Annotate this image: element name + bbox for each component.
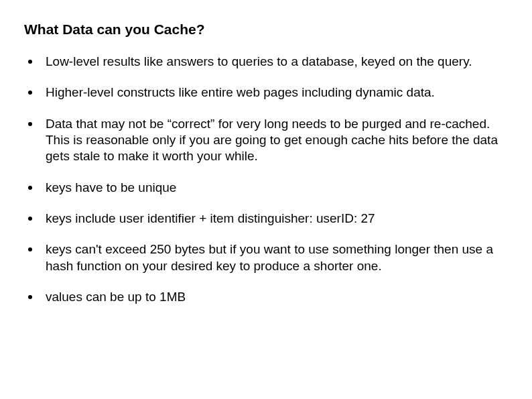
list-item: keys include user identifier + item dist… <box>27 211 503 227</box>
list-item: Low-level results like answers to querie… <box>27 54 503 70</box>
list-item: values can be up to 1MB <box>27 289 503 305</box>
list-item: Data that may not be “correct” for very … <box>27 116 503 165</box>
list-item: Higher-level constructs like entire web … <box>27 84 503 101</box>
slide-title: What Data can you Cache? <box>24 21 503 38</box>
list-item: keys have to be unique <box>27 180 503 196</box>
list-item: keys can't exceed 250 bytes but if you w… <box>27 241 503 274</box>
bullet-list: Low-level results like answers to querie… <box>24 54 503 305</box>
slide: What Data can you Cache? Low-level resul… <box>0 0 532 399</box>
